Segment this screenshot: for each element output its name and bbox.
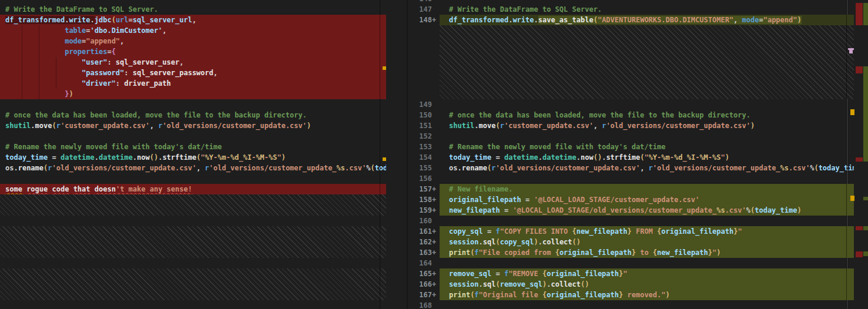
code-token: () — [150, 153, 158, 162]
code-line[interactable]: print(f"Original file {original_filepath… — [440, 290, 854, 300]
line-number[interactable]: 168 — [408, 300, 432, 309]
code-line[interactable]: original_filepath = '@LOCAL_LOAD_STAGE/c… — [440, 194, 854, 205]
code-line[interactable]: os.rename(r'old_versions/customer_update… — [440, 163, 854, 173]
line-number[interactable]: 155 — [408, 163, 432, 173]
code-line[interactable]: shutil.move(r'customer_update.csv', r'ol… — [0, 120, 386, 131]
code-line[interactable] — [0, 99, 386, 110]
line-number[interactable]: 152 — [408, 131, 432, 142]
code-line[interactable]: copy_sql = f"COPY FILES INTO {new_filepa… — [440, 226, 854, 237]
line-number[interactable]: 161+ — [408, 226, 432, 237]
vertical-ruler — [380, 0, 380, 309]
code-line[interactable]: # Rename the newly moved file with today… — [440, 142, 854, 152]
code-line[interactable]: "user": sql_server_user, — [0, 57, 386, 68]
code-token: now — [137, 153, 150, 162]
code-line[interactable] — [0, 131, 386, 142]
line-number[interactable]: 165+ — [408, 268, 432, 279]
code-line[interactable] — [440, 173, 854, 184]
code-token: sql_server_password — [133, 69, 213, 77]
line-number[interactable]: 162+ — [408, 237, 432, 247]
code-line[interactable]: print(f"File copied from {original_filep… — [440, 247, 854, 258]
code-line[interactable]: mode="append", — [0, 36, 386, 46]
code-line[interactable]: new_filepath = '@LOCAL_LOAD_STAGE/old_ve… — [440, 205, 854, 216]
code-line[interactable] — [0, 0, 386, 4]
code-token: # Write the DataFrame to SQL Server. — [5, 5, 158, 14]
line-number[interactable]: 166+ — [408, 279, 432, 290]
line-number[interactable]: 160 — [408, 216, 432, 226]
code-token: datetime — [504, 153, 538, 162]
line-number[interactable]: 147 — [408, 4, 432, 15]
code-line[interactable]: shutil.move(r'customer_update.csv', r'ol… — [440, 120, 854, 131]
line-number[interactable]: 146 — [408, 0, 432, 4]
code-line[interactable]: table='dbo.DimCustomer', — [0, 25, 386, 36]
code-line[interactable]: session.sql(remove_sql).collect() — [440, 279, 854, 290]
line-number[interactable]: 154 — [408, 152, 432, 163]
code-line[interactable] — [0, 216, 386, 226]
code-token: , — [162, 26, 166, 35]
code-token: : — [116, 79, 124, 88]
line-number[interactable]: 148+ — [408, 15, 432, 25]
diff-pane-modified[interactable]: 146147148+149150151152153154155156157+15… — [408, 0, 868, 309]
code-line[interactable]: df_transformed.write.jdbc(url=sql_server… — [0, 15, 386, 25]
code-line[interactable]: # once the data has been loaded, move th… — [0, 110, 386, 120]
code-line[interactable]: today_time = datetime.datetime.now().str… — [440, 152, 854, 163]
diff-pane-original[interactable]: # Write the DataFrame to SQL Server.df_t… — [0, 0, 386, 309]
code-line[interactable]: # once the data has been loaded, move th… — [440, 110, 854, 120]
code-line[interactable]: session.sql(copy_sql).collect() — [440, 237, 854, 247]
line-number[interactable]: 150 — [408, 110, 432, 120]
code-line[interactable]: # Write the DataFrame to SQL Server. — [440, 4, 854, 15]
code-line[interactable] — [440, 131, 854, 142]
diff-filler — [440, 25, 854, 99]
line-number[interactable]: 159+ — [408, 205, 432, 216]
code-token: %d — [674, 153, 682, 162]
modified-code-area[interactable]: # Write the DataFrame to SQL Server.df_t… — [440, 0, 854, 309]
code-line[interactable] — [440, 216, 854, 226]
code-token: today_time — [819, 164, 854, 172]
code-line[interactable] — [440, 0, 854, 4]
diff-filler — [0, 268, 386, 300]
line-number[interactable]: 167+ — [408, 290, 432, 300]
line-number[interactable]: 163+ — [408, 247, 432, 258]
code-token: .csv' — [345, 164, 366, 172]
code-line[interactable]: some rogue code that doesn't make any se… — [0, 184, 386, 194]
code-token: print — [449, 291, 470, 299]
code-token: datetime — [61, 153, 95, 162]
code-line[interactable]: today_time = datetime.datetime.now().str… — [0, 152, 386, 163]
line-number[interactable]: 157+ — [408, 184, 432, 194]
code-token: ) — [750, 122, 755, 130]
code-line[interactable]: # Write the DataFrame to SQL Server. — [0, 4, 386, 15]
code-token: { — [555, 248, 559, 257]
code-line[interactable]: remove_sql = f"REMOVE {original_filepath… — [440, 268, 854, 279]
line-number[interactable]: 151 — [408, 120, 432, 131]
code-line[interactable] — [0, 173, 386, 184]
code-token: = — [491, 270, 504, 278]
code-line[interactable]: # Rename the newly moved file with today… — [0, 142, 386, 152]
code-token: } — [632, 248, 636, 257]
line-number[interactable]: 149 — [408, 99, 432, 110]
code-line[interactable]: df_transformed.write.save_as_table("ADVE… — [440, 15, 854, 25]
line-number[interactable]: 164 — [408, 258, 432, 268]
code-line[interactable]: properties={ — [0, 46, 386, 57]
code-line[interactable] — [0, 300, 386, 309]
code-token: "ADVENTUREWORKS.DBO.DIMCUSTOMER" — [598, 16, 733, 24]
code-line[interactable] — [440, 99, 854, 110]
code-line[interactable] — [440, 258, 854, 268]
code-line[interactable]: }) — [0, 89, 386, 99]
code-token: jdbc — [95, 16, 112, 24]
code-line[interactable]: # New filename. — [440, 184, 854, 194]
line-number[interactable]: 156 — [408, 173, 432, 184]
code-line[interactable]: "driver": driver_path — [0, 78, 386, 89]
code-token: . — [534, 16, 538, 24]
code-token: properties — [65, 48, 107, 56]
code-token: mode — [65, 37, 82, 45]
code-line[interactable]: os.rename(r'old_versions/customer_update… — [0, 163, 386, 173]
code-token: 't make any sense! — [116, 185, 192, 193]
code-token: = — [129, 16, 133, 24]
code-token: '@LOCAL_LOAD_STAGE/customer_update.csv' — [534, 196, 700, 204]
code-line[interactable] — [440, 300, 854, 309]
line-number[interactable]: 153 — [408, 142, 432, 152]
code-line[interactable]: "password": sql_server_password, — [0, 68, 386, 78]
code-token: today_time — [5, 153, 48, 162]
line-number[interactable]: 158+ — [408, 194, 432, 205]
code-token: 'customer_update.csv' — [61, 122, 150, 130]
code-line[interactable] — [0, 258, 386, 268]
